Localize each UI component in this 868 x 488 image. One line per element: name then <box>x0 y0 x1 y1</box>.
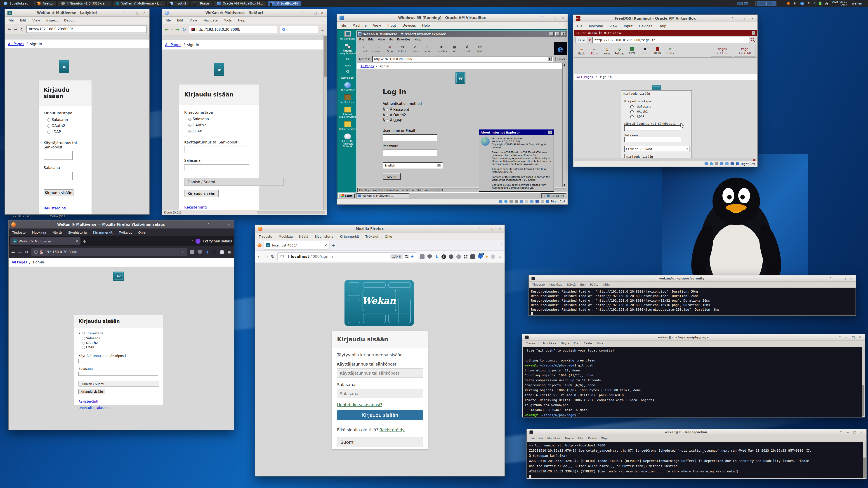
minimize-button[interactable]: – <box>129 11 133 15</box>
radio-ldap[interactable] <box>188 130 191 133</box>
close-icon[interactable]: x <box>752 31 755 35</box>
menu-input[interactable]: Input <box>624 24 633 28</box>
menu-edit[interactable]: Edit <box>177 19 183 22</box>
username-input[interactable] <box>184 146 249 153</box>
register-link[interactable]: Rekisteröinti <box>79 400 159 403</box>
menu-edit[interactable]: Edit <box>368 38 374 41</box>
all-pages-link[interactable]: All Pages <box>12 260 27 264</box>
maximize-button[interactable]: □ <box>851 335 856 339</box>
s-extension-icon[interactable]: S <box>212 250 217 254</box>
menu-file[interactable]: Tiedosto <box>259 235 272 238</box>
forward-button[interactable]: → <box>18 250 22 255</box>
password-input[interactable] <box>383 150 437 156</box>
password-input[interactable] <box>337 389 423 398</box>
s-extension-icon[interactable]: S <box>441 254 446 259</box>
menu-history[interactable]: Sivuhistoria <box>315 235 333 238</box>
network-traffic-icon[interactable]: ⇅ <box>808 2 810 5</box>
taskbar-item-virtualbox-manager[interactable]: Oracle VM VirtualBox M... <box>214 0 266 6</box>
register-link[interactable]: Rekisteröinti <box>184 205 253 209</box>
bookmark-star-icon[interactable]: ☆ <box>181 250 184 254</box>
desktop-icon-inbox[interactable]: ✉Inbox <box>339 58 356 67</box>
terminal-output[interactable]: (use "git push" to publish your local co… <box>523 347 862 417</box>
minimize-button[interactable]: – <box>737 17 741 20</box>
menu-file[interactable]: File <box>340 24 346 28</box>
menu-view[interactable]: Näytä <box>299 235 308 238</box>
menu-file[interactable]: File <box>577 24 583 28</box>
menu-help[interactable]: Help <box>422 24 430 28</box>
signin-button[interactable]: Kirjaudu sisään <box>624 154 655 158</box>
menu-help[interactable]: Help <box>238 19 245 22</box>
back-dropdown[interactable]: ▾ <box>171 28 173 31</box>
password-input[interactable] <box>184 164 249 171</box>
radio-password[interactable] <box>47 119 51 122</box>
workspace-pager[interactable] <box>736 1 776 6</box>
window-titlebar[interactable]: Windows 95 [Running] - Oracle VM Virtual… <box>337 14 567 22</box>
menu-terminal[interactable]: Pääte <box>588 436 596 440</box>
start-button[interactable]: Start <box>338 193 355 198</box>
menu-view[interactable]: View <box>373 24 381 28</box>
fingerprint-extension-icon[interactable] <box>220 250 224 254</box>
minimize-button[interactable]: _ <box>550 32 554 36</box>
menu-search[interactable]: Etsi <box>580 283 586 286</box>
taskbar-item-terminal[interactable]: Pääte5 <box>191 0 212 6</box>
menu-help[interactable]: Ohje <box>603 283 610 286</box>
menu-file[interactable]: Tiedosto <box>532 283 545 286</box>
register-link[interactable]: Rekisteröinti <box>43 206 87 210</box>
radio-password[interactable] <box>630 105 633 108</box>
maximize-button[interactable]: □ <box>135 11 140 15</box>
ublock-icon[interactable]: 9+ <box>478 254 483 259</box>
vm-display[interactable]: Dillo: WeKan Â® Multiverse x File ✘ http… <box>574 30 757 162</box>
terminal-scrollbar[interactable] <box>862 347 865 417</box>
zoom-level-badge[interactable]: 130 % <box>391 254 403 259</box>
taskbar-item-wekan-ladybird[interactable]: WeKan ® Multiverse - L... <box>112 0 165 6</box>
menu-devices[interactable]: Devices <box>639 24 652 28</box>
taskbar-item-firefox[interactable]: Firefox3 <box>34 0 57 6</box>
shade-button[interactable]: ^ <box>122 11 126 15</box>
forward-button[interactable]: → <box>175 27 179 32</box>
menu-input[interactable]: Input <box>388 24 396 28</box>
workspace-1[interactable] <box>736 1 756 6</box>
tray-status-icon[interactable] <box>786 2 790 5</box>
close-button[interactable]: ✕ <box>849 277 853 281</box>
browser-tab[interactable]: w localhost:4000/ ✕ <box>264 241 329 250</box>
radio-oauth2[interactable] <box>188 124 191 127</box>
bug-meter-icon[interactable] <box>753 159 755 161</box>
minimize-button[interactable]: – <box>547 16 551 20</box>
maximize-button[interactable]: □ <box>852 430 857 434</box>
clear-url-icon[interactable]: ✘ <box>589 38 591 42</box>
menu-view[interactable]: View <box>190 19 197 22</box>
desktop-icon-label[interactable]: Taltio (512 <box>50 215 66 218</box>
menu-view[interactable]: View <box>378 38 385 41</box>
taskbar-item-nsgtk3[interactable]: nsgtk32 <box>166 0 190 6</box>
url-bar[interactable]: localhost:4000/sign-in 130 % ★ <box>277 252 417 261</box>
window-titlebar[interactable]: w WeKan ® Multiverse - Ladybird ^–□✕ <box>5 9 149 17</box>
minimize-button[interactable]: – <box>306 11 311 15</box>
minimize-button[interactable]: – <box>846 430 850 434</box>
close-button[interactable]: ✕ <box>858 335 862 339</box>
menu-edit[interactable]: Muokkaa <box>543 341 556 345</box>
horizontal-scrollbar[interactable] <box>257 211 325 214</box>
desktop-icon-the-internet[interactable]: The Internet <box>339 82 356 91</box>
ie-address-bar[interactable]: http://192.168.0.20:8000/▼ <box>372 56 553 62</box>
ie-search-button[interactable]: ⊙Search <box>422 43 434 55</box>
close-button[interactable]: ✕ <box>560 16 565 20</box>
menu-view[interactable]: Näytä <box>565 436 574 440</box>
window-titlebar[interactable]: wekan@z: ~/repos/serenity ^–□✕ <box>529 275 856 282</box>
maximize-button[interactable]: □ <box>743 17 748 20</box>
new-tab-button[interactable]: + <box>332 243 335 248</box>
username-input[interactable] <box>383 134 437 141</box>
app-menu-icon[interactable]: ≡ <box>227 250 231 255</box>
volume-icon[interactable]: ♪ <box>544 194 545 197</box>
menu-help[interactable]: Ohje <box>596 341 603 345</box>
extension-icon[interactable] <box>449 254 454 259</box>
reload-button[interactable]: ↻ <box>20 27 24 32</box>
dillo-bookmarks-button[interactable]: Book <box>651 45 664 57</box>
menu-edit[interactable]: Muokkaa <box>278 235 293 238</box>
password-input[interactable] <box>43 172 72 180</box>
menu-view[interactable]: Näytä <box>53 231 62 234</box>
desktop-icon-label[interactable]: sanitize.txt <box>13 215 29 218</box>
display-icon[interactable] <box>547 195 550 197</box>
shade-button[interactable]: ^ <box>206 223 211 226</box>
maximize-button[interactable]: □ <box>554 16 558 20</box>
extension-icon[interactable] <box>456 254 461 259</box>
